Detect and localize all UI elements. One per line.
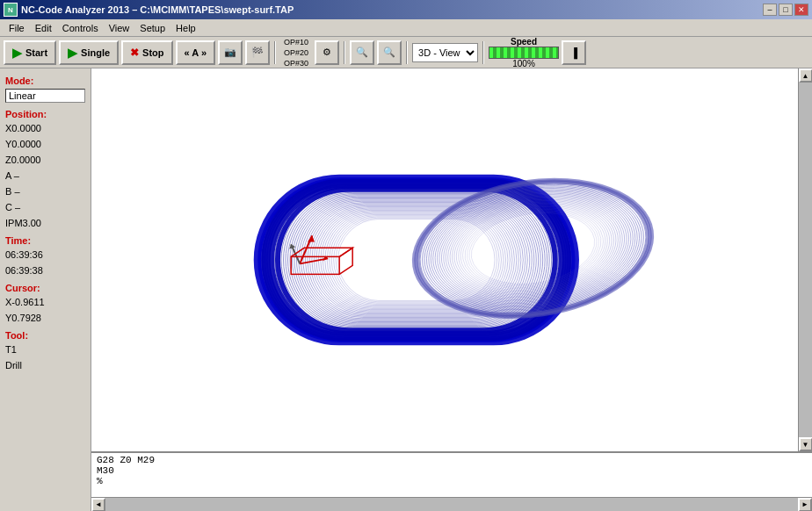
title-bar-controls: – □ ✕	[763, 4, 808, 16]
v-scrollbar: ▲ ▼	[798, 68, 812, 451]
pos-c: C –	[5, 200, 85, 214]
title-bar-left: N NC-Code Analyzer 2013 – C:\MCIMM\TAPES…	[4, 3, 294, 17]
maximize-button[interactable]: □	[779, 4, 793, 16]
single-button[interactable]: ▶ Single	[59, 40, 119, 65]
pos-b: B –	[5, 184, 85, 198]
position-title: Position:	[5, 109, 85, 119]
bottom-code-area: G28 Z0 M29 M30 % ◄ ►	[91, 451, 812, 511]
time-end: 06:39:38	[5, 263, 85, 277]
stop-button[interactable]: ✖ Stop	[121, 40, 172, 65]
mode-value: Linear	[5, 89, 85, 103]
op-line-3: OP#30	[284, 58, 308, 68]
feed-rate: IPM3.00	[5, 216, 85, 230]
menu-setup[interactable]: Setup	[134, 21, 170, 35]
app-icon: N	[4, 3, 18, 17]
title-bar: N NC-Code Analyzer 2013 – C:\MCIMM\TAPES…	[0, 0, 812, 19]
menu-controls[interactable]: Controls	[57, 21, 104, 35]
main-area: Mode: Linear Position: X0.0000 Y0.0000 Z…	[0, 68, 812, 511]
single-icon: ▶	[68, 46, 77, 60]
start-label: Start	[25, 47, 47, 58]
v-scroll-track[interactable]	[799, 83, 813, 437]
h-scrollbar: ◄ ►	[91, 497, 812, 511]
menu-bar: File Edit Controls View Setup Help	[0, 19, 812, 37]
zoom-in-icon: 🔍	[356, 47, 368, 58]
cursor-x: X-0.9611	[5, 295, 85, 309]
start-button[interactable]: ▶ Start	[4, 40, 56, 65]
settings-icon: ⚙	[323, 47, 331, 58]
menu-file[interactable]: File	[4, 21, 30, 35]
canvas-area[interactable]	[91, 68, 798, 451]
time-start: 06:39:36	[5, 248, 85, 262]
menu-view[interactable]: View	[104, 21, 135, 35]
h-scroll-track[interactable]	[105, 498, 798, 512]
op-settings-button[interactable]: ⚙	[315, 40, 339, 65]
a-nav-button[interactable]: « A »	[176, 40, 215, 65]
speed-percent: 100%	[512, 59, 535, 68]
canvas-scrollbar-wrap: ▲ ▼ G28 Z0 M29 M30 % ◄ ►	[91, 68, 812, 511]
scroll-right-button[interactable]: ►	[798, 498, 812, 512]
toolbar: ▶ Start ▶ Single ✖ Stop « A » 📷 🏁 OP#10 …	[0, 37, 812, 68]
speed-label: Speed	[511, 37, 537, 47]
code-line-3: %	[97, 476, 807, 486]
op-line-2: OP#20	[284, 47, 308, 58]
tool-num: T1	[5, 342, 85, 356]
left-panel: Mode: Linear Position: X0.0000 Y0.0000 Z…	[0, 68, 91, 511]
scroll-up-button[interactable]: ▲	[799, 68, 813, 83]
canvas-row: ▲ ▼	[91, 68, 812, 451]
cursor-title: Cursor:	[5, 283, 85, 293]
toolbar-separator-1	[274, 41, 276, 64]
mode-title: Mode:	[5, 76, 85, 86]
zoom-in-button[interactable]: 🔍	[350, 40, 374, 65]
pos-y: Y0.0000	[5, 137, 85, 151]
view-select[interactable]: 3D - View XY - View XZ - View YZ - View	[412, 43, 478, 62]
pos-z: Z0.0000	[5, 153, 85, 167]
window-title: NC-Code Analyzer 2013 – C:\MCIMM\TAPES\s…	[21, 4, 294, 15]
single-label: Single	[81, 47, 110, 58]
nc-view-canvas	[91, 68, 798, 451]
op-display: OP#10 OP#20 OP#30	[280, 37, 312, 68]
start-icon: ▶	[12, 46, 22, 60]
stop-label: Stop	[142, 47, 163, 58]
menu-edit[interactable]: Edit	[30, 21, 57, 35]
stop-icon: ✖	[130, 47, 139, 59]
code-display: G28 Z0 M29 M30 %	[91, 453, 812, 497]
scroll-down-button[interactable]: ▼	[799, 437, 813, 451]
a-nav-label: « A »	[185, 47, 207, 58]
toolbar-separator-4	[482, 41, 484, 64]
close-button[interactable]: ✕	[794, 4, 808, 16]
speed-display: Speed 100%	[489, 37, 559, 68]
speed-control-button[interactable]: ▐	[562, 40, 586, 65]
speed-bar	[489, 47, 559, 59]
toolbar-separator-3	[406, 41, 408, 64]
record-icon: 📷	[224, 47, 236, 58]
speed-icon: ▐	[570, 47, 577, 58]
scroll-left-button[interactable]: ◄	[91, 498, 105, 512]
zoom-out-button[interactable]: 🔍	[377, 40, 402, 65]
menu-help[interactable]: Help	[170, 21, 201, 35]
minimize-button[interactable]: –	[763, 4, 777, 16]
toolbar-separator-2	[344, 41, 345, 64]
cursor-y: Y0.7928	[5, 311, 85, 325]
tool-title: Tool:	[5, 330, 85, 341]
view-select-wrap: 3D - View XY - View XZ - View YZ - View	[412, 43, 478, 62]
time-title: Time:	[5, 235, 85, 246]
flag-button[interactable]: 🏁	[245, 40, 270, 65]
pos-a: A –	[5, 169, 85, 183]
zoom-out-icon: 🔍	[383, 47, 395, 58]
code-line-1: G28 Z0 M29	[97, 455, 807, 465]
tool-type: Drill	[5, 358, 85, 372]
code-line-2: M30	[97, 465, 807, 476]
flag-icon: 🏁	[251, 47, 264, 58]
op-line-1: OP#10	[284, 37, 308, 47]
record-button[interactable]: 📷	[218, 40, 243, 65]
pos-x: X0.0000	[5, 121, 85, 135]
